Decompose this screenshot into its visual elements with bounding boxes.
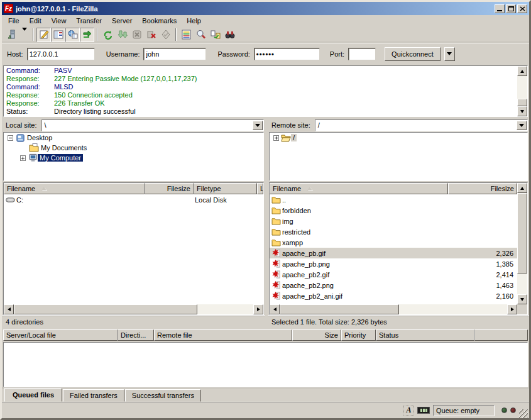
queue-col-status[interactable]: Status [376,329,474,341]
collapse-icon[interactable] [8,135,13,141]
tab-queued-files[interactable]: Queued files [4,388,62,402]
remote-row[interactable]: apache_pb2_ani.gif 2,160 [270,290,517,301]
password-input[interactable] [254,48,320,60]
queue-col-size[interactable]: Size [292,329,341,341]
remote-row[interactable]: xampp [270,237,517,248]
menu-view[interactable]: View [47,16,72,26]
local-col-filename[interactable]: Filename [4,183,145,194]
tree-item-root[interactable]: / [270,133,527,143]
menu-server[interactable]: Server [107,16,137,26]
scrollbar-thumb[interactable] [280,304,399,314]
port-input[interactable] [348,48,376,60]
toggle-transfer-queue-button[interactable] [80,28,94,42]
queue-col-server-local-file[interactable]: Server/Local file [3,329,118,341]
open-folder-icon [281,133,291,143]
expand-icon[interactable] [20,155,26,161]
site-manager-button[interactable] [4,28,19,42]
tab-successful-transfers[interactable]: Successful transfers [125,389,201,402]
reconnect-icon [161,30,171,40]
toggle-remote-tree-button[interactable] [65,28,80,42]
remote-list-body: .. forbidden img [270,194,517,304]
toggle-message-log-button[interactable] [36,28,51,42]
tree-item-desktop[interactable]: Desktop [4,133,263,143]
local-row-c-drive[interactable]: C: Local Disk [4,194,263,205]
maximize-button[interactable] [506,4,516,13]
tree-item-my-computer[interactable]: My Computer [4,153,263,163]
scrollbar-corner [517,304,527,314]
app-icon[interactable]: Fz [4,4,13,13]
queue-col-priority[interactable]: Priority [341,329,376,341]
remote-row[interactable]: apache_pb2.gif 2,414 [270,269,517,280]
host-input[interactable] [27,48,95,60]
menu-bookmarks[interactable]: Bookmarks [137,16,182,26]
scrollbar-thumb[interactable] [517,99,527,106]
menu-edit[interactable]: Edit [25,16,47,26]
remote-horizontal-scrollbar[interactable] [270,304,517,314]
queue-col-direction[interactable]: Directi... [118,329,154,341]
remote-row[interactable]: apache_pb2.png 1,463 [270,280,517,290]
local-horizontal-scrollbar[interactable] [4,304,263,314]
remote-row[interactable]: restricted [270,226,517,237]
remote-row-selected[interactable]: apache_pb.gif 2,326 [270,248,517,258]
log-vertical-scrollbar[interactable] [517,66,527,116]
remote-vertical-scrollbar[interactable] [517,183,527,304]
refresh-button[interactable] [101,28,115,42]
cancel-operation-button[interactable] [129,28,144,42]
menu-transfer[interactable]: Transfer [71,16,107,26]
scrollbar-thumb[interactable] [517,193,527,274]
remote-site-dropdown[interactable] [517,121,527,130]
queue-col-remote-file[interactable]: Remote file [154,329,292,341]
directory-comparison-button[interactable] [179,28,194,42]
local-col-filetype[interactable]: Filetype [194,183,257,194]
reconnect-button[interactable] [158,28,173,42]
upload-activity-led [510,407,516,413]
expand-icon[interactable] [273,135,279,141]
remote-row[interactable]: img [270,216,517,226]
remote-row[interactable]: apache_pb.png 1,385 [270,258,517,269]
scroll-left-button[interactable] [4,304,14,314]
disconnect-button[interactable] [144,28,158,42]
resize-grip[interactable] [519,409,528,418]
toolbar [2,26,529,43]
remote-col-filesize[interactable]: Filesize [448,183,517,194]
find-files-button[interactable] [222,28,237,42]
maximize-icon [508,6,514,11]
menu-help[interactable]: Help [182,16,206,26]
tree-item-label: My Computer [38,154,83,162]
local-col-last-modified[interactable]: L [257,183,263,194]
quickconnect-button[interactable]: Quickconnect [385,47,441,61]
minimize-button[interactable] [495,4,505,13]
remote-col-filename[interactable]: Filename [270,183,448,194]
transfer-type-indicator-icon[interactable]: A [403,406,414,416]
message-log: Command:PASV Response:227 Entering Passi… [3,65,528,117]
local-col-filesize[interactable]: Filesize [145,183,194,194]
remote-row[interactable]: .. [270,194,517,205]
scroll-up-button[interactable] [517,66,527,76]
site-manager-dropdown[interactable] [19,31,30,38]
username-input[interactable] [143,48,206,60]
scroll-right-button[interactable] [253,304,263,314]
quickconnect-dropdown[interactable] [444,47,455,61]
toggle-local-tree-button[interactable] [51,28,65,42]
local-site-dropdown[interactable] [253,121,263,130]
tab-failed-transfers[interactable]: Failed transfers [63,389,124,402]
local-pane: Local site: \ Desktop [2,118,265,328]
close-button[interactable] [517,4,527,13]
remote-row[interactable]: forbidden [270,205,517,216]
speed-limits-icon[interactable] [417,407,430,414]
titlebar: Fz john@127.0.0.1 - FileZilla [2,2,529,15]
scroll-down-button[interactable] [517,106,527,116]
desktop-icon [15,133,25,143]
local-site-combo[interactable]: \ [41,119,264,131]
remote-site-combo[interactable]: / [315,119,528,131]
scroll-left-button[interactable] [270,304,280,314]
process-queue-button[interactable] [115,28,129,42]
tree-item-my-documents[interactable]: My Documents [4,143,263,153]
synchronized-browsing-button[interactable] [208,28,222,42]
scroll-right-button[interactable] [507,304,517,314]
filename-filters-button[interactable] [194,28,208,42]
scroll-down-button[interactable] [517,294,527,304]
scrollbar-thumb[interactable] [14,304,197,314]
scroll-up-button[interactable] [517,183,527,193]
menu-file[interactable]: File [3,16,25,26]
